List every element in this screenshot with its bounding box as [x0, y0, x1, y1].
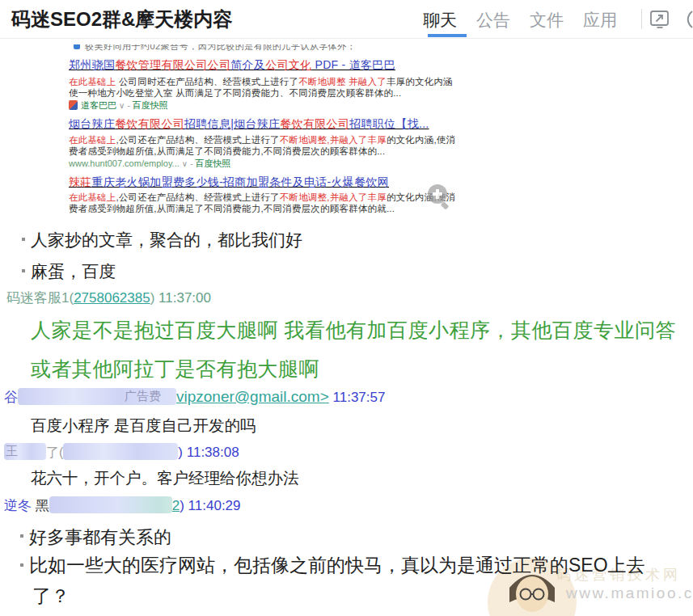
tab-apps[interactable]: 应用: [583, 9, 617, 32]
email-link[interactable]: vipzoner@gmail.com>: [176, 388, 329, 405]
chat-message: 花六十，开个户。客户经理给你想办法: [31, 467, 299, 489]
screen-share-icon[interactable]: [649, 8, 671, 34]
clipped-text-line: 较美好同用于约02聚合号，因为比较的是有限的几乎认从字体外；: [85, 44, 356, 53]
tab-announcement[interactable]: 公告: [476, 9, 510, 32]
serp-result-desc: 费者感受到物超所值,从而满足了不同消费能力,不同消费层次的顾客群体的...: [69, 146, 385, 158]
serp-result-desc: 在此基础上 公司同时还在产品结构、经营模式上进行了不断地调整 并融入了丰厚的文化…: [69, 76, 453, 88]
chat-message-continuation: 了？: [32, 584, 70, 609]
censored-name: 王: [4, 443, 46, 460]
zoom-in-icon[interactable]: [425, 182, 455, 217]
header-divider: [641, 9, 642, 29]
serp-result-desc: 费者感受到物超所值,从而满足了不同消费能力,不同消费层次的顾客群体的就...: [69, 203, 395, 215]
bullet-dot: [20, 534, 23, 538]
chat-title: 码迷SEO2群&摩天楼内容: [11, 6, 232, 32]
bullet-dot: [22, 269, 25, 272]
tab-bar: 聊天 公告 文件 应用: [423, 9, 617, 32]
active-tab-underline: [428, 34, 467, 37]
embedded-screenshot[interactable]: 较美好同用于约02聚合号，因为比较的是有限的几乎认从字体外； 郑州骁国餐饮管理有…: [61, 44, 458, 217]
sender-name: 码迷客服1(: [6, 290, 74, 306]
serp-result-source: 道客巴巴 ∨ - 百度快照: [69, 99, 168, 112]
sender-line: 码迷客服1(2758062385) 11:37:00: [6, 289, 211, 307]
censored-name: 广告费: [18, 388, 176, 405]
serp-result-desc: 使一种地方小吃登堂入室 从而满足了不同消费能力、不同消费层次顾客群体的...: [69, 87, 401, 99]
censored-name: [49, 496, 172, 513]
qq-number-link[interactable]: 2: [172, 498, 180, 513]
serp-result-title: 烟台辣庄餐饮有限公司招聘信息|烟台辣庄餐饮有限公司招聘职位【找...: [69, 117, 429, 132]
chat-window: 码迷SEO2群&摩天楼内容 聊天 公告 文件 应用 较美好同用于约02聚合号，因…: [0, 0, 693, 616]
clipped-icon[interactable]: [684, 8, 693, 34]
tab-chat[interactable]: 聊天: [423, 9, 457, 32]
chat-message: 比如一些大的医疗网站，包括像之前的快马，真以为是通过正常的SEO上去: [29, 553, 645, 578]
chat-message: 人家抄的文章，聚合的，都比我们好: [31, 229, 302, 251]
censored-name: [63, 443, 178, 460]
serp-result-title: 郑州骁国餐饮管理有限公司公司简介及公司文化 PDF - 道客巴巴: [69, 58, 395, 73]
sender-name: 逆冬: [4, 498, 36, 513]
bullet-dot: [22, 238, 25, 241]
serp-result-source: www.hunt007.com/employ... ∨ - 百度快照: [69, 158, 230, 170]
chat-message-green: 人家是不是抱过百度大腿啊 我看他有加百度小程序，其他百度专业问答: [31, 317, 676, 344]
serp-result-desc: 在此基础上,公司还在产品结构、经营模式上进行了不断地调整,并融入了丰厚的文化内涵…: [69, 192, 455, 204]
serp-result-desc: 在此基础上,公司还在产品结构、经营模式上进行了不断地调整,并融入了丰厚的文化内涵…: [69, 134, 455, 146]
bullet-dot: [20, 563, 23, 567]
chat-message: 好多事都有关系的: [29, 525, 171, 550]
tab-files[interactable]: 文件: [530, 9, 564, 32]
chat-message-green: 或者其他阿拉丁是否有抱大腿啊: [31, 356, 319, 382]
sender-line: 逆冬 黑2) 11:40:29: [4, 496, 241, 515]
message-time: 11:37:00: [158, 290, 211, 306]
sender-line: 谷广告费vipzoner@gmail.com> 11:37:57: [4, 388, 385, 407]
chat-message: 麻蛋，百度: [31, 260, 116, 283]
message-time: 11:38:08: [187, 445, 239, 460]
sender-name: 谷: [4, 390, 18, 405]
chat-header: 码迷SEO2群&摩天楼内容 聊天 公告 文件 应用: [0, 0, 693, 39]
qq-number-link[interactable]: 2758062385: [74, 290, 150, 306]
message-time: 11:40:29: [188, 498, 241, 513]
watermark-url: www.mamioo.com: [566, 584, 693, 602]
docin-icon: [69, 100, 78, 110]
message-time: 11:37:57: [333, 390, 386, 405]
sender-line: 王了() 11:38:08: [4, 443, 239, 462]
chat-message: 百度小程序 是百度自己开发的吗: [31, 415, 256, 437]
serp-result-title: 辣莊重庆老火锅加盟费多少钱-招商加盟条件及电话-火爆餐饮网: [69, 175, 389, 190]
favicon-icon: [74, 44, 80, 49]
